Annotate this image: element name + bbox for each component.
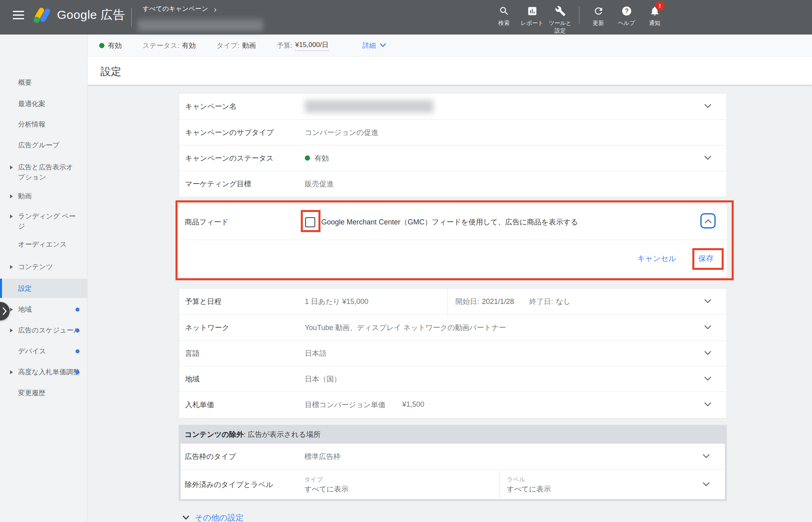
bell-icon: ! xyxy=(649,5,660,17)
breadcrumb-chevron-icon: › xyxy=(214,6,216,12)
sidebar-nav: 概要 最適化案 分析情報 広告グループ 広告と広告表示オプション 動画 ランディ… xyxy=(0,35,88,522)
notification-dot xyxy=(75,349,80,353)
type-value: すべてに表示 xyxy=(304,484,499,494)
expand-arrow-icon xyxy=(10,308,13,312)
google-ads-settings-page: Google 広告 すべてのキャンペーン › 検索 レポート xyxy=(0,0,812,522)
product-feed-row: 商品フィード Google Merchant Center（GMC）フィードを使… xyxy=(179,204,727,240)
sidebar-item-overview[interactable]: 概要 xyxy=(0,77,88,88)
menu-icon[interactable] xyxy=(13,11,24,20)
sidebar-item-videos[interactable]: 動画 xyxy=(0,191,88,201)
row-networks[interactable]: ネットワーク YouTube 動画、ディスプレイ ネットワークの動画パートナー xyxy=(179,314,726,340)
campaign-name-redacted[interactable] xyxy=(138,19,263,31)
page-title: 設定 xyxy=(100,65,121,79)
status-value: 有効 xyxy=(182,41,196,50)
row-inventory-type[interactable]: 広告枠のタイプ 標準広告枠 xyxy=(181,444,725,469)
more-settings-link[interactable]: その他の設定 xyxy=(183,512,243,522)
chevron-down-icon[interactable] xyxy=(704,155,711,162)
topbar-divider xyxy=(131,8,132,27)
enabled-green-dot xyxy=(305,155,310,161)
sidebar-item-devices[interactable]: デバイス xyxy=(0,346,88,356)
expand-arrow-icon xyxy=(10,370,13,374)
notifications-button[interactable]: ! 通知 xyxy=(641,5,668,27)
notification-dot xyxy=(75,308,80,312)
row-locations[interactable]: 地域 日本（国） xyxy=(179,366,726,392)
row-divider xyxy=(447,289,447,314)
expand-arrow-icon xyxy=(10,265,13,269)
help-icon: ? xyxy=(621,5,632,17)
campaign-state: 有効 xyxy=(108,41,122,50)
label-caption: ラベル xyxy=(507,475,551,484)
gmc-feed-checkbox-label: Google Merchant Center（GMC）フィードを使用して、広告に… xyxy=(321,217,578,227)
sidebar-item-insights[interactable]: 分析情報 xyxy=(0,119,88,129)
chevron-down-icon[interactable] xyxy=(704,298,711,305)
sidebar-item-recommendations[interactable]: 最適化案 xyxy=(0,99,88,109)
save-button[interactable]: 保存 xyxy=(698,253,714,264)
sidebar-item-advanced-bid-adj[interactable]: 高度な入札単価調整 xyxy=(0,367,88,377)
row-bidding[interactable]: 入札単価 目標コンバージョン単価 ¥1,500 xyxy=(179,392,726,417)
row-campaign-status[interactable]: キャンペーンのステータス 有効 xyxy=(179,145,726,171)
ads-logo-icon xyxy=(33,6,51,23)
row-campaign-name[interactable]: キャンペーン名 xyxy=(179,94,726,119)
chevron-down-icon[interactable] xyxy=(704,401,711,408)
sidebar-item-landing-pages[interactable]: ランディング ページ xyxy=(0,211,88,231)
expand-arrow-icon xyxy=(10,328,13,332)
budget-value[interactable]: ¥15,000/日 xyxy=(295,40,328,51)
row-campaign-subtype[interactable]: キャンペーンのサブタイプ コンバージョンの促進 xyxy=(179,119,726,145)
chevron-down-icon[interactable] xyxy=(704,103,711,110)
chevron-up-icon xyxy=(705,219,712,223)
label-value: すべてに表示 xyxy=(507,484,551,494)
search-button[interactable]: 検索 xyxy=(491,5,517,27)
row-divider xyxy=(499,470,500,499)
sidebar-item-locations[interactable]: 地域 xyxy=(0,304,88,314)
product-feed-actions: キャンセル 保存 xyxy=(179,240,727,277)
collapse-section-button[interactable] xyxy=(700,213,716,228)
cancel-button[interactable]: キャンセル xyxy=(637,253,676,264)
chevron-down-icon[interactable] xyxy=(704,375,711,383)
brand-name: Google 広告 xyxy=(57,7,125,23)
search-icon xyxy=(499,5,510,17)
type-value: 動画 xyxy=(242,41,256,50)
sidebar-item-audiences[interactable]: オーディエンス xyxy=(0,239,88,249)
sidebar-item-settings[interactable]: 設定 xyxy=(0,279,88,298)
row-marketing-goal[interactable]: マーケティング目標 販売促進 xyxy=(179,171,726,196)
title-band: 設定 xyxy=(88,57,812,85)
google-ads-logo[interactable]: Google 広告 xyxy=(33,6,125,23)
row-budget-dates[interactable]: 予算と日程 1 日あたり ¥15,000 開始日: 2021/1/28 終了日:… xyxy=(179,289,726,314)
gmc-feed-checkbox[interactable] xyxy=(305,217,315,227)
notification-dot xyxy=(75,328,80,332)
chevron-down-icon[interactable] xyxy=(703,481,710,488)
details-toggle[interactable]: 詳細 xyxy=(362,41,386,50)
chevron-down-icon xyxy=(183,516,189,520)
row-languages[interactable]: 言語 日本語 xyxy=(179,340,726,366)
budget-label: 予算: xyxy=(277,41,292,50)
svg-text:?: ? xyxy=(624,8,628,14)
campaign-settings-card: キャンペーン名 キャンペーンのサブタイプ コンバージョンの促進 キャンペーンのス… xyxy=(179,93,727,197)
reports-button[interactable]: レポート xyxy=(519,5,545,27)
topbar-actions: 検索 レポート ツールと設定 更新 xyxy=(491,5,669,35)
refresh-button[interactable]: 更新 xyxy=(585,5,612,27)
expand-arrow-icon xyxy=(10,214,13,218)
sidebar-item-content[interactable]: コンテンツ xyxy=(0,262,88,272)
content-exclusion-header: コンテンツの除外: 広告が表示される場所 xyxy=(181,425,725,444)
sidebar-item-ads-extensions[interactable]: 広告と広告表示オプション xyxy=(0,162,88,182)
refresh-icon xyxy=(593,5,604,17)
campaign-status-bar: 有効 ステータス: 有効 タイプ: 動画 予算: ¥15,000/日 詳細 xyxy=(88,35,812,57)
chevron-down-icon[interactable] xyxy=(703,453,710,460)
sidebar-item-ad-groups[interactable]: 広告グループ xyxy=(0,140,88,150)
help-button[interactable]: ? ヘルプ xyxy=(613,5,640,27)
sidebar-item-change-history[interactable]: 変更履歴 xyxy=(0,388,88,398)
content-exclusion-table: 広告枠のタイプ 標準広告枠 除外済みのタイプとラベル タイプ すべてに表示 ラベ… xyxy=(181,444,725,499)
chevron-down-icon xyxy=(380,43,386,47)
topbar-actions-divider xyxy=(579,6,579,24)
breadcrumb: すべてのキャンペーン › xyxy=(143,5,216,13)
chevron-down-icon[interactable] xyxy=(704,324,711,331)
sidebar-item-ad-schedule[interactable]: 広告のスケジュール xyxy=(0,325,88,335)
status-label: ステータス: xyxy=(143,41,179,50)
detail-settings-card: 予算と日程 1 日あたり ¥15,000 開始日: 2021/1/28 終了日:… xyxy=(179,288,727,418)
row-excluded-types-labels[interactable]: 除外済みのタイプとラベル タイプ すべてに表示 ラベル すべてに表示 xyxy=(181,469,725,499)
type-label: タイプ: xyxy=(216,41,239,50)
chevron-down-icon[interactable] xyxy=(704,350,711,357)
breadcrumb-all-campaigns[interactable]: すべてのキャンペーン xyxy=(143,5,208,13)
tools-settings-button[interactable]: ツールと設定 xyxy=(547,5,573,35)
top-app-bar: Google 広告 すべてのキャンペーン › 検索 レポート xyxy=(0,0,812,35)
